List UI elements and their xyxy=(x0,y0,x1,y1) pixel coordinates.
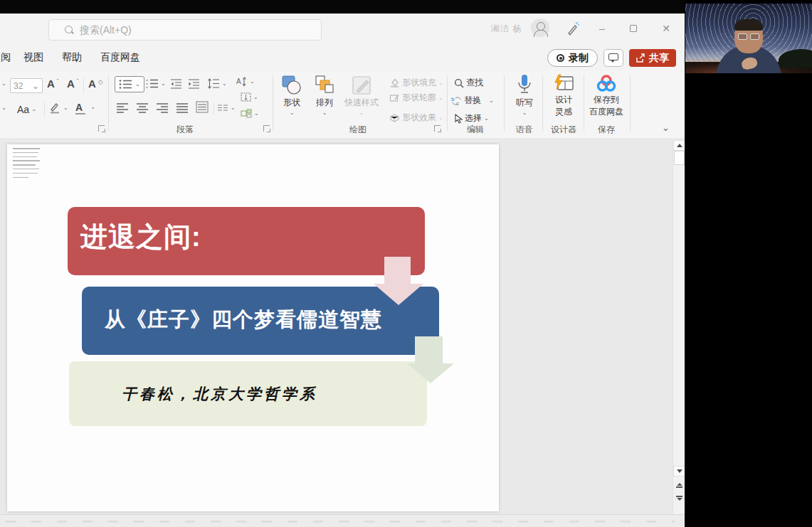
columns-button[interactable]: ⌄ xyxy=(217,104,236,112)
align-center-button[interactable] xyxy=(136,102,149,113)
vertical-scrollbar[interactable] xyxy=(673,140,685,514)
columns-icon xyxy=(217,104,228,112)
align-center-icon xyxy=(137,104,148,112)
divider xyxy=(584,75,584,131)
align-right-button[interactable] xyxy=(156,102,169,113)
previous-slide-button[interactable] xyxy=(675,483,684,488)
select-button[interactable]: 选择 ⌄ xyxy=(454,112,489,124)
pen-icon xyxy=(48,102,61,114)
save-group-label: 保存 xyxy=(586,124,626,136)
justify-button[interactable] xyxy=(176,102,189,113)
bullet-list-button[interactable]: ⌄ xyxy=(115,76,144,92)
bullet-list-icon xyxy=(119,79,133,90)
find-button[interactable]: 查找 xyxy=(454,77,483,89)
slide-canvas[interactable]: 进退之间: 从《庄子》四个梦看儒道智慧 干春松，北京大学哲学系 xyxy=(7,144,499,511)
find-icon xyxy=(454,78,464,88)
line-spacing-icon xyxy=(207,78,220,89)
distribute-text-button[interactable] xyxy=(196,101,209,113)
slide-editing-area: 进退之间: 从《庄子》四个梦看儒道智慧 干春松，北京大学哲学系 xyxy=(0,140,685,514)
search-box[interactable] xyxy=(48,19,322,41)
collapse-ribbon-chevron[interactable]: ⌄ xyxy=(662,122,670,133)
sort-text-button[interactable]: A ⌄ xyxy=(236,76,255,87)
grow-font-button[interactable]: Aˆ xyxy=(47,78,59,89)
font-dropdown-chevron[interactable]: ⌄ xyxy=(1,105,6,111)
menu-review[interactable]: 阅 xyxy=(1,51,11,64)
replace-icon: b c xyxy=(451,96,462,106)
divider xyxy=(44,102,45,117)
quick-styles-button[interactable]: 快速样式 ⌄ xyxy=(340,75,383,116)
close-button[interactable]: ✕ xyxy=(656,19,676,38)
magic-pen-icon[interactable] xyxy=(566,21,580,36)
menu-baidu-netdisk[interactable]: 百度网盘 xyxy=(100,51,140,64)
shapes-button[interactable]: 形状 ⌄ xyxy=(276,75,307,116)
text-direction-icon xyxy=(241,92,251,102)
paragraph-group-label: 段落 xyxy=(171,124,199,136)
increase-indent-button[interactable] xyxy=(188,78,200,89)
highlight-pen-button[interactable]: ⌄ xyxy=(48,102,68,114)
author-banner[interactable]: 干春松，北京大学哲学系 xyxy=(69,361,427,426)
replace-button[interactable]: b c 替换 ⌄ xyxy=(451,95,494,107)
align-right-icon xyxy=(157,104,168,112)
svg-text:c: c xyxy=(456,100,459,106)
menubar: 阅 视图 帮助 百度网盘 录制 共享 xyxy=(0,44,685,71)
search-input[interactable] xyxy=(80,24,293,36)
smartart-icon xyxy=(241,109,252,118)
shape-fill-button[interactable]: 形状填充 ⌄ xyxy=(389,77,443,89)
ribbon: ⌄ 32 ⌄ Aˆ Aˇ A◇ ⌄ Aa⌄ xyxy=(0,71,685,139)
divider xyxy=(504,75,505,131)
record-icon xyxy=(557,54,564,62)
scroll-down-button[interactable] xyxy=(673,466,685,477)
share-button[interactable]: 共享 xyxy=(629,49,676,67)
shape-fill-icon xyxy=(389,78,400,87)
next-slide-button[interactable] xyxy=(675,496,684,501)
save-to-baidu-button[interactable]: 保存到 百度网盘 xyxy=(586,74,626,118)
decrease-indent-button[interactable] xyxy=(170,78,182,89)
shape-effects-button[interactable]: 形状效果 ⌄ xyxy=(389,112,443,124)
menu-view[interactable]: 视图 xyxy=(23,51,43,64)
title-banner[interactable]: 进退之间: xyxy=(68,207,425,275)
voice-group-label: 语音 xyxy=(510,124,539,136)
numbered-list-button[interactable]: ⌄ xyxy=(145,78,166,89)
screen: 湘洁 杨 – ✕ 阅 视图 帮助 百度网盘 录制 xyxy=(0,0,812,527)
user-name: 湘洁 杨 xyxy=(491,23,522,35)
minimize-button[interactable]: – xyxy=(592,19,612,38)
user-avatar-icon[interactable] xyxy=(531,18,549,37)
drawing-dialog-launcher[interactable] xyxy=(434,125,441,132)
dictate-button[interactable]: 听写 ⌄ xyxy=(510,74,539,116)
small-text-placeholder[interactable] xyxy=(13,148,41,181)
align-left-button[interactable] xyxy=(116,102,129,113)
change-case-button[interactable]: Aa⌄ xyxy=(17,104,36,115)
comment-button[interactable] xyxy=(603,49,623,67)
scroll-up-button[interactable] xyxy=(673,140,685,151)
line-spacing-button[interactable]: ⌄ xyxy=(207,78,227,89)
font-size-box[interactable]: 32 ⌄ xyxy=(10,78,43,93)
scrollbar-thumb[interactable] xyxy=(674,151,685,165)
arrange-button[interactable]: 排列 ⌄ xyxy=(309,75,340,116)
convert-to-smartart-button[interactable]: ⌄ xyxy=(241,109,259,118)
pink-down-arrow[interactable] xyxy=(374,257,423,305)
up-arrow-icon xyxy=(677,144,682,147)
shapes-icon xyxy=(281,75,302,95)
green-down-arrow[interactable] xyxy=(407,336,454,383)
shrink-font-button[interactable]: Aˇ xyxy=(67,78,79,89)
svg-text:b: b xyxy=(451,96,455,102)
shape-effects-icon xyxy=(389,113,400,122)
chevron-down-icon: ⌄ xyxy=(32,82,39,90)
distribute-icon xyxy=(196,101,209,113)
font-dialog-launcher[interactable] xyxy=(98,125,105,132)
designer-group-label: 设计器 xyxy=(548,124,579,136)
increase-indent-icon xyxy=(188,78,200,89)
record-button[interactable]: 录制 xyxy=(547,49,598,67)
restore-button[interactable] xyxy=(623,19,643,38)
webcam-video-tile[interactable] xyxy=(685,4,812,73)
paragraph-dialog-launcher[interactable] xyxy=(263,125,270,132)
design-ideas-button[interactable]: 设计 灵感 xyxy=(548,74,579,118)
clear-format-button[interactable]: A◇ xyxy=(88,78,103,89)
divider xyxy=(108,75,109,131)
font-name-dropdown-chevron[interactable]: ⌄ xyxy=(1,81,6,87)
text-direction-button[interactable]: ⌄ xyxy=(241,92,258,102)
baidu-netdisk-icon xyxy=(596,74,617,92)
shape-outline-button[interactable]: 形状轮廓 ⌄ xyxy=(389,92,443,104)
font-color-button[interactable]: A ⌄ xyxy=(75,102,95,112)
menu-help[interactable]: 帮助 xyxy=(62,51,82,64)
